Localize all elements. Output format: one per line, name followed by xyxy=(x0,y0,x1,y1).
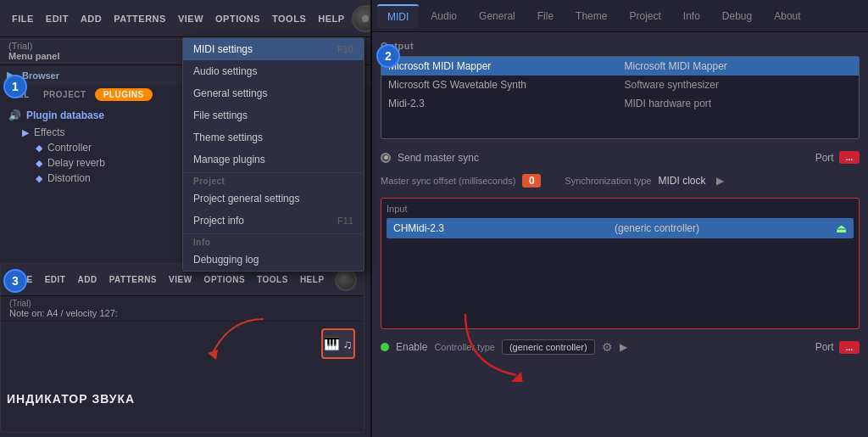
rtab-general[interactable]: General xyxy=(469,5,526,27)
bottom-menu-help[interactable]: HELP xyxy=(295,272,330,288)
master-sync-offset-row: Master sync offset (milliseconds) 0 Sync… xyxy=(381,171,860,191)
dropdown-item-midi-settings[interactable]: MIDI settings F10 xyxy=(183,38,364,60)
step2-badge: 2 xyxy=(376,44,400,68)
menu-file[interactable]: FILE xyxy=(7,10,39,27)
dropdown-item-project-general[interactable]: Project general settings xyxy=(183,188,364,210)
bottom-menu-tools[interactable]: TOOLS xyxy=(252,272,293,288)
right-content: Output Microsoft MIDI Mapper Microsoft M… xyxy=(372,32,868,367)
input-section: Input CHMidi-2.3 (generic controller) ⏏ xyxy=(381,198,860,329)
master-sync-offset-value[interactable]: 0 xyxy=(522,174,541,188)
sync-type-label: Synchronization type xyxy=(565,176,651,186)
right-tabs: MIDI Audio General File Theme Project In… xyxy=(372,0,868,32)
menu-help[interactable]: HELP xyxy=(313,10,349,27)
dropdown-item-file-settings[interactable]: File settings xyxy=(183,104,364,126)
rtab-file[interactable]: File xyxy=(527,5,564,27)
controller-icon: ◆ xyxy=(36,143,42,154)
options-dropdown-menu: MIDI settings F10 Audio settings General… xyxy=(182,37,364,272)
tab-plugins[interactable]: PLUGINS xyxy=(95,88,153,101)
bottom-menu-view[interactable]: VIEW xyxy=(164,272,198,288)
sync-type-arrow[interactable]: ▶ xyxy=(716,175,724,187)
rtab-about[interactable]: About xyxy=(764,5,810,27)
menu-options[interactable]: OPTIONS xyxy=(210,10,265,27)
output-row-1[interactable]: Microsoft GS Wavetable Synth Software sy… xyxy=(381,76,859,94)
svg-marker-1 xyxy=(511,372,523,382)
output-section-label: Output xyxy=(381,41,860,51)
arrow-annotation xyxy=(196,311,281,364)
rtab-audio[interactable]: Audio xyxy=(420,5,467,27)
menu-view[interactable]: VIEW xyxy=(173,10,209,27)
input-section-label: Input xyxy=(387,204,854,214)
svg-marker-0 xyxy=(208,350,218,360)
master-sync-offset-label: Master sync offset (milliseconds) xyxy=(381,176,515,186)
input-port-label: Port xyxy=(815,341,834,353)
rtab-info[interactable]: Info xyxy=(673,5,710,27)
enable-dot-icon xyxy=(381,343,389,351)
step1-badge: 1 xyxy=(3,75,27,98)
output-row-0[interactable]: Microsoft MIDI Mapper Microsoft MIDI Map… xyxy=(381,57,859,76)
tab-project[interactable]: PROJECT xyxy=(38,88,92,101)
rtab-project[interactable]: Project xyxy=(619,5,670,27)
rtab-debug[interactable]: Debug xyxy=(712,5,762,27)
controller-arrow-icon[interactable]: ▶ xyxy=(620,341,627,353)
input-port-button[interactable]: ... xyxy=(839,341,860,354)
menu-patterns[interactable]: PATTERNS xyxy=(108,10,171,27)
top-menu-bar: FILE EDIT ADD PATTERNS VIEW OPTIONS TOOL… xyxy=(0,0,373,37)
bottom-trial-bar: (Trial) Note on: A4 / velocity 127: xyxy=(1,296,364,322)
output-row-2[interactable]: Midi-2.3 MIDI hardware port xyxy=(381,94,859,113)
sync-type-value: MIDI clock xyxy=(658,175,705,187)
bottom-menu-patterns[interactable]: PATTERNS xyxy=(104,272,162,288)
dropdown-item-general-settings[interactable]: General settings xyxy=(183,82,364,104)
bottom-knob-icon[interactable] xyxy=(335,269,357,291)
music-note-icon: ♫ xyxy=(342,337,352,351)
dropdown-item-theme-settings[interactable]: Theme settings xyxy=(183,126,364,148)
menu-tools[interactable]: TOOLS xyxy=(267,10,311,27)
controller-type-label: Controller type xyxy=(434,342,495,352)
dropdown-section-info: Info xyxy=(183,233,364,249)
right-panel: MIDI Audio General File Theme Project In… xyxy=(370,0,868,437)
port-label: Port xyxy=(815,152,834,164)
output-port-button[interactable]: ... xyxy=(839,151,860,164)
dropdown-item-audio-settings[interactable]: Audio settings xyxy=(183,60,364,82)
distortion-icon: ◆ xyxy=(36,173,42,184)
delay-reverb-icon: ◆ xyxy=(36,158,42,169)
rtab-midi[interactable]: MIDI xyxy=(377,4,419,28)
send-master-sync-label: Send master sync xyxy=(398,152,479,164)
piano-icon: 🎹 xyxy=(324,336,340,351)
indicator-label: ИНДИКАТОР ЗВУКА xyxy=(7,392,135,406)
input-row-0[interactable]: CHMidi-2.3 (generic controller) ⏏ xyxy=(387,218,854,238)
dropdown-item-manage-plugins[interactable]: Manage plugins xyxy=(183,148,364,171)
enable-row: Enable Controller type (generic controll… xyxy=(381,336,860,358)
effects-icon: ▶ xyxy=(22,127,29,138)
dropdown-item-debugging-log[interactable]: Debugging log xyxy=(183,249,364,271)
step3-badge: 3 xyxy=(3,269,27,293)
controller-type-dropdown[interactable]: (generic controller) xyxy=(502,339,595,355)
midi-icon-button[interactable]: 🎹 ♫ xyxy=(321,328,355,359)
dropdown-section-project: Project xyxy=(183,172,364,188)
rtab-theme[interactable]: Theme xyxy=(565,5,617,27)
sync-radio[interactable] xyxy=(381,153,391,163)
gear-icon[interactable]: ⚙ xyxy=(602,340,613,354)
output-list: Microsoft MIDI Mapper Microsoft MIDI Map… xyxy=(381,56,860,139)
menu-add[interactable]: ADD xyxy=(75,10,107,27)
bottom-left-panel: FILE EDIT ADD PATTERNS VIEW OPTIONS TOOL… xyxy=(0,263,364,433)
dropdown-item-project-info[interactable]: Project info F11 xyxy=(183,210,364,232)
speaker-icon: 🔊 xyxy=(8,109,21,121)
bottom-menu-options[interactable]: OPTIONS xyxy=(199,272,251,288)
send-master-sync-row: Send master sync Port ... xyxy=(381,148,860,167)
browser-button[interactable]: Browser xyxy=(22,70,59,81)
enable-label: Enable xyxy=(396,341,427,353)
bottom-icons-area: 🎹 ♫ xyxy=(1,322,364,366)
menu-edit[interactable]: EDIT xyxy=(41,10,74,27)
bottom-menu-edit[interactable]: EDIT xyxy=(40,272,71,288)
bottom-menu-add[interactable]: ADD xyxy=(72,272,102,288)
input-power-icon[interactable]: ⏏ xyxy=(836,221,847,235)
